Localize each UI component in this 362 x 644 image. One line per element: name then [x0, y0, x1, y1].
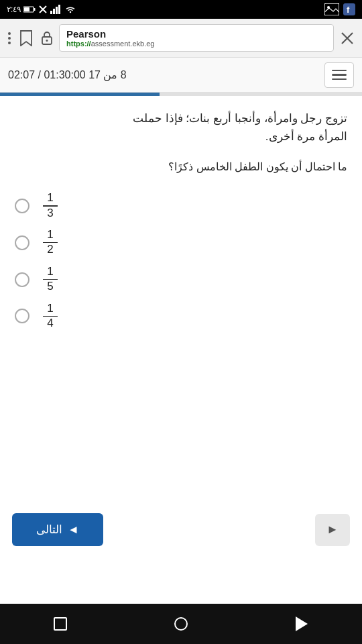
question-line-2: المرأة مرة أخرى.	[265, 130, 347, 143]
prev-button[interactable]: ►	[315, 514, 350, 546]
svg-rect-5	[50, 11, 52, 14]
option-row-3: 1 5	[15, 266, 60, 293]
option-row-1: 1 3	[15, 192, 60, 219]
close-icon[interactable]	[341, 32, 354, 45]
svg-rect-7	[56, 7, 58, 14]
main-content: تزوج رجل وامرأة، وأنجبا أربع بنات؛ فإذا …	[0, 96, 362, 337]
fraction-3: 1 5	[40, 266, 60, 293]
fraction-2: 1 2	[40, 229, 60, 256]
lock-icon	[42, 32, 52, 45]
radio-option-1[interactable]	[15, 199, 29, 213]
nav-bar: ◄ التالى ►	[0, 502, 362, 557]
next-label: التالى	[36, 523, 62, 537]
question-info: 8 من 17 01:30:00 / 02:07	[8, 68, 127, 81]
facebook-icon: f	[343, 3, 355, 15]
frac-2-num: 1	[47, 229, 53, 241]
next-arrow: ◄	[68, 523, 79, 537]
option-row-4: 1 4	[15, 303, 60, 330]
status-bar: ٢:٤٩	[0, 0, 362, 19]
url-box[interactable]: Pearson https://assessment.ekb.eg	[59, 24, 334, 52]
url-protocol: https://	[66, 40, 91, 48]
frac-4-num: 1	[47, 303, 53, 315]
url-host: assessment.ekb.eg	[91, 40, 155, 48]
status-left: ٢:٤٩	[7, 5, 76, 14]
fraction-1: 1 3	[40, 192, 60, 219]
svg-point-14	[46, 40, 48, 42]
signal-x-icon	[38, 5, 48, 14]
android-home-button[interactable]	[166, 609, 196, 639]
menu-line-1	[332, 70, 347, 72]
frac-3-den: 5	[47, 280, 53, 293]
home-circle-icon	[174, 617, 188, 631]
status-right: f	[324, 3, 355, 15]
radio-option-4[interactable]	[15, 309, 29, 323]
svg-rect-6	[53, 9, 55, 14]
image-icon	[324, 3, 339, 15]
signal-icon	[50, 5, 62, 14]
menu-line-3	[332, 78, 347, 80]
recents-triangle-icon	[296, 616, 308, 631]
frac-2-den: 2	[47, 244, 53, 256]
browser-icons-left	[8, 30, 52, 46]
options-area: 1 3 1 2 1 5 1	[15, 192, 347, 330]
svg-rect-8	[58, 5, 60, 14]
frac-1-den: 3	[47, 207, 53, 220]
android-back-button[interactable]	[46, 609, 75, 639]
browser-icons-right	[341, 32, 354, 45]
svg-rect-1	[34, 8, 36, 11]
browser-menu-icon[interactable]	[8, 32, 11, 44]
radio-option-2[interactable]	[15, 235, 29, 250]
browser-url: https://assessment.ekb.eg	[66, 40, 326, 48]
svg-text:f: f	[347, 5, 350, 15]
status-time: ٢:٤٩	[7, 5, 21, 14]
wifi-icon	[65, 5, 76, 13]
next-button[interactable]: ◄ التالى	[12, 513, 103, 546]
battery-icon	[23, 6, 36, 13]
frac-1-num: 1	[47, 192, 53, 205]
question-sub: ما احتمال أن يكون الطفل الخامس ذكرًا؟	[15, 160, 347, 173]
option-row-2: 1 2	[15, 229, 60, 256]
frac-4-den: 4	[47, 317, 53, 330]
android-nav-bar	[0, 604, 362, 644]
fraction-4: 1 4	[40, 303, 60, 330]
back-square-icon	[54, 617, 67, 631]
frac-3-num: 1	[47, 266, 53, 278]
menu-line-2	[332, 74, 347, 76]
browser-bar: Pearson https://assessment.ekb.eg	[0, 19, 362, 58]
toolbar-bar: 8 من 17 01:30:00 / 02:07	[0, 58, 362, 93]
question-line-1: تزوج رجل وامرأة، وأنجبا أربع بنات؛ فإذا …	[133, 112, 347, 125]
question-text-1: تزوج رجل وامرأة، وأنجبا أربع بنات؛ فإذا …	[15, 109, 347, 146]
menu-button[interactable]	[324, 62, 354, 88]
browser-title: Pearson	[66, 28, 326, 40]
svg-rect-2	[24, 7, 29, 11]
bookmark-icon[interactable]	[20, 30, 32, 46]
android-recents-button[interactable]	[287, 609, 316, 639]
prev-arrow: ►	[326, 523, 339, 537]
radio-option-3[interactable]	[15, 272, 29, 287]
